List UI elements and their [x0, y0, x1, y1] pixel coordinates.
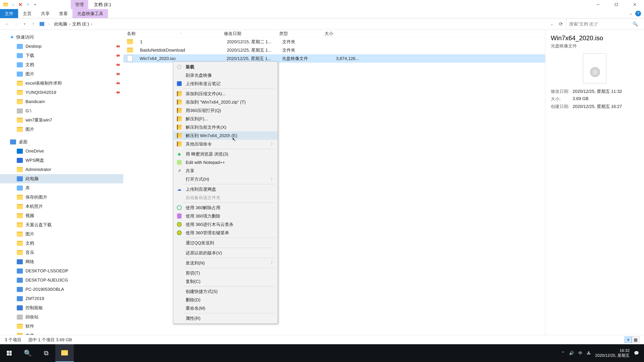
tree-libraries[interactable]: 库: [0, 183, 123, 193]
ctx-360-unlock[interactable]: 使用 360解除占用: [174, 203, 277, 212]
crumb-chevron-icon[interactable]: ›: [90, 21, 93, 27]
ctx-360-manage[interactable]: 使用 360管理右键菜单: [174, 229, 277, 237]
ctx-cut[interactable]: 剪切(T): [174, 269, 277, 277]
view-details-button[interactable]: ≡: [624, 337, 632, 343]
ctx-360-force-delete[interactable]: 使用 360强力删除: [174, 212, 277, 220]
minimize-button[interactable]: [589, 0, 607, 9]
ctx-upload-baidu[interactable]: ☁上传到百度网盘: [174, 185, 277, 193]
ctx-mount[interactable]: 装载: [174, 63, 277, 71]
tree-this-pc[interactable]: 此电脑: [0, 174, 123, 183]
tray-chevron-icon[interactable]: ⌃: [561, 351, 565, 356]
search-box[interactable]: 🔍: [566, 18, 640, 29]
file-row[interactable]: 1 2020/12/15, 星期二 1... 文件夹: [123, 37, 545, 46]
file-row[interactable]: BaiduNetdiskDownload 2020/12/25, 星期五 1..…: [123, 46, 545, 54]
tree-item[interactable]: 天翼云盘下载: [0, 220, 123, 229]
ctx-delete[interactable]: 删除(D): [174, 296, 277, 304]
tree-item[interactable]: 图片📌: [0, 69, 123, 79]
address-dropdown-icon[interactable]: ⌄: [548, 22, 555, 26]
crumb-chevron-icon[interactable]: ›: [47, 22, 50, 25]
ctx-add-zip[interactable]: 添加到 "Win7x64_2020.zip" (T): [174, 98, 277, 106]
ribbon-tab-view[interactable]: 查看: [54, 9, 72, 18]
task-view-button[interactable]: ⧉: [37, 344, 55, 362]
ctx-send-to[interactable]: 发送到(N)〉: [174, 259, 277, 267]
tree-item[interactable]: DESKTOP-LSSOEDP: [0, 266, 123, 276]
tree-item[interactable]: 软件: [0, 322, 123, 331]
tree-item[interactable]: 本机照片: [0, 202, 123, 211]
tree-item[interactable]: 视频: [0, 211, 123, 220]
search-input[interactable]: [569, 21, 632, 27]
ctx-other-archive[interactable]: 其他压缩命令〉: [174, 140, 277, 148]
ctx-burn[interactable]: 刻录光盘映像: [174, 71, 277, 79]
ctx-extract-named[interactable]: 解压到 Win7x64_2020\ (E): [174, 131, 277, 140]
col-type[interactable]: 类型: [279, 31, 324, 36]
col-size[interactable]: 大小: [324, 31, 360, 36]
breadcrumb[interactable]: 此电脑 › 文档 (E:) ›: [54, 21, 93, 27]
qat-undo-icon[interactable]: ↺: [25, 2, 30, 7]
tree-item[interactable]: excel表格制作求和📌: [0, 79, 123, 88]
tree-item[interactable]: 音乐: [0, 248, 123, 257]
view-icons-button[interactable]: ▦: [632, 337, 639, 343]
ctx-create-shortcut[interactable]: 创建快捷方式(S): [174, 287, 277, 296]
action-center-icon[interactable]: 💬: [634, 351, 639, 356]
col-name[interactable]: 名称⌃: [123, 31, 224, 36]
tree-item[interactable]: 回收站: [0, 312, 123, 322]
tree-item[interactable]: 控制面板: [0, 303, 123, 312]
tree-item[interactable]: WPS网盘: [0, 156, 123, 165]
search-icon[interactable]: 🔍: [632, 21, 638, 27]
close-button[interactable]: [626, 0, 644, 9]
help-icon[interactable]: ?: [635, 11, 641, 16]
tree-item[interactable]: G:\: [0, 106, 123, 115]
clock[interactable]: 16:32 2020/12/25, 星期五: [595, 348, 630, 358]
maximize-button[interactable]: [607, 0, 626, 9]
tree-item[interactable]: Bandicam: [0, 97, 123, 106]
nav-recent-dropdown[interactable]: ▾: [21, 21, 28, 27]
crumb-location[interactable]: 文档 (E:): [72, 21, 89, 27]
ctx-rename[interactable]: 重命名(M): [174, 304, 277, 312]
ctx-restore-previous[interactable]: 还原以前的版本(V): [174, 249, 277, 257]
qat-dropdown-icon[interactable]: ▾: [32, 2, 38, 7]
ctx-open-360zip[interactable]: 用360压缩打开(Q): [174, 106, 277, 115]
ctx-browse-bee[interactable]: ◆用 蜂蜜浏览器 浏览(3): [174, 150, 277, 158]
tree-network[interactable]: 网络: [0, 257, 123, 266]
crumb-root[interactable]: 此电脑: [54, 21, 67, 27]
volume-icon[interactable]: 🔊: [569, 351, 574, 356]
qat-properties-icon[interactable]: ▭: [10, 2, 16, 7]
tree-item[interactable]: 图片: [0, 125, 123, 134]
ctx-extract-here[interactable]: 解压到当前文件夹(X): [174, 123, 277, 131]
ctx-extract-to[interactable]: 解压到(F)...: [174, 115, 277, 123]
ctx-upload-youdao[interactable]: 上传到有道云笔记: [174, 79, 277, 88]
ctx-open-with[interactable]: 打开方式(H)〉: [174, 175, 277, 183]
ctx-send-qq[interactable]: 通过QQ发送到: [174, 239, 277, 247]
col-date[interactable]: 修改日期: [224, 31, 279, 36]
ctx-properties[interactable]: 属性(R): [174, 314, 277, 323]
tree-item[interactable]: Administrator: [0, 165, 123, 174]
ctx-share[interactable]: ↗共享: [174, 167, 277, 175]
start-button[interactable]: [0, 344, 18, 362]
network-tray-icon[interactable]: 🖧: [587, 351, 591, 356]
tree-item[interactable]: ZMT2019: [0, 294, 123, 303]
tree-desktop[interactable]: 桌面: [0, 137, 123, 146]
ribbon-tab-file[interactable]: 文件: [0, 9, 18, 18]
tree-quick-access[interactable]: ★快速访问: [0, 32, 123, 42]
ribbon-expand-icon[interactable]: ⌄: [629, 11, 632, 16]
ctx-copy[interactable]: 复制(C): [174, 277, 277, 286]
ribbon-tab-disc-tools[interactable]: 光盘映像工具: [72, 9, 108, 18]
tree-item[interactable]: PC-20190530OBLA: [0, 285, 123, 294]
ime-indicator[interactable]: 中: [578, 351, 582, 356]
tree-item[interactable]: 文档📌: [0, 60, 123, 69]
explorer-taskbar-button[interactable]: [55, 344, 74, 362]
qat-delete-icon[interactable]: ✕: [18, 2, 23, 7]
ribbon-tab-share[interactable]: 共享: [36, 9, 54, 18]
crumb-chevron-icon[interactable]: ›: [68, 21, 72, 27]
ctx-edit-npp[interactable]: Edit with Notepad++: [174, 158, 277, 167]
tree-item[interactable]: win7重装win7: [0, 115, 123, 125]
tree-item[interactable]: OneDrive: [0, 146, 123, 156]
tree-item[interactable]: Desktop📌: [0, 42, 123, 51]
tree-item[interactable]: 保存的图片: [0, 193, 123, 202]
refresh-button[interactable]: ⟳: [557, 21, 564, 27]
nav-back-button[interactable]: ←: [4, 21, 10, 27]
tree-item[interactable]: 图片: [0, 229, 123, 239]
tree-item[interactable]: 下载📌: [0, 51, 123, 60]
tree-item[interactable]: 文档: [0, 239, 123, 248]
ribbon-tab-home[interactable]: 主页: [18, 9, 36, 18]
